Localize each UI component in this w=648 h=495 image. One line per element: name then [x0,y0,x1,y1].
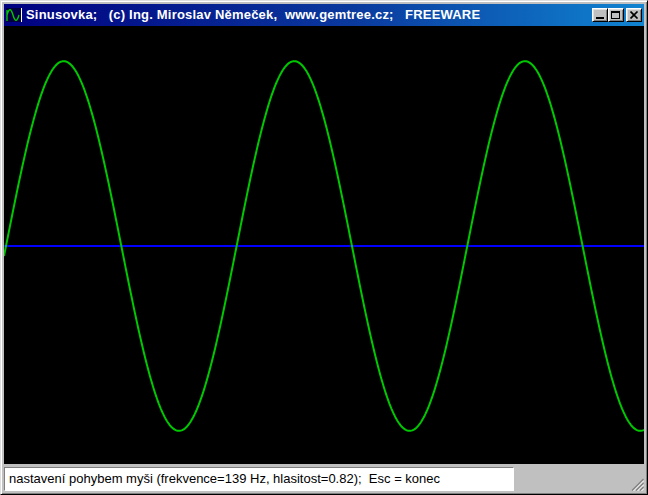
app-icon-sine-wave[interactable] [6,7,22,23]
waveform-canvas[interactable] [4,26,644,464]
status-bar-filler [514,467,644,491]
window-controls [592,8,642,22]
title-bar[interactable]: Sinusovka; (c) Ing. Miroslav Němeček, ww… [4,4,644,26]
close-button[interactable] [626,8,642,22]
status-message: nastavení pohybem myši (frekvence=139 Hz… [4,467,514,491]
app-window: Sinusovka; (c) Ing. Miroslav Němeček, ww… [0,0,648,495]
maximize-button[interactable] [608,8,624,22]
maximize-icon [611,11,620,19]
close-icon [630,11,639,19]
minimize-button[interactable] [592,8,608,22]
minimize-icon [596,17,604,19]
wave-svg [4,26,644,464]
resize-grip[interactable] [631,478,644,491]
icon-edge-highlight [21,8,22,22]
status-bar: nastavení pohybem myši (frekvence=139 Hz… [4,467,644,491]
window-title: Sinusovka; (c) Ing. Miroslav Němeček, ww… [26,4,588,26]
